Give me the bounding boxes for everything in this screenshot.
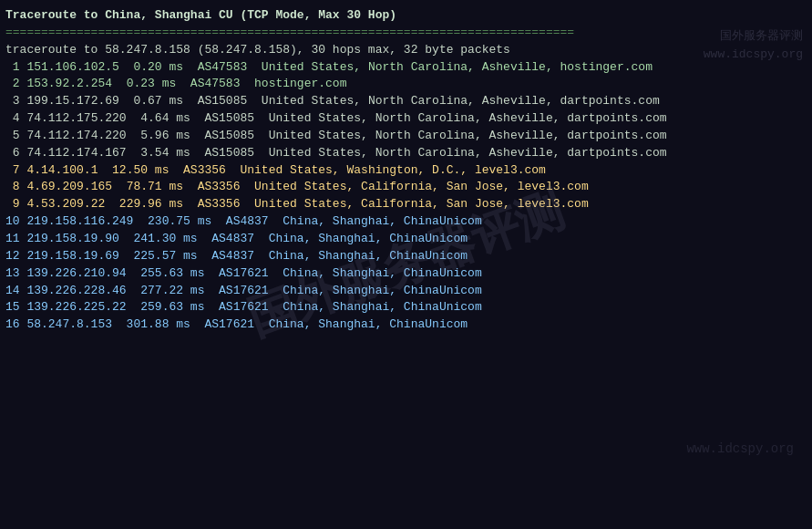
command-line: traceroute to 58.247.8.158 (58.247.8.158… xyxy=(5,42,807,59)
watermark-bottom-right: www.idcspy.org xyxy=(686,441,794,456)
separator-line: ========================================… xyxy=(5,25,807,42)
table-row: 6 74.112.174.167 3.54 ms AS15085 United … xyxy=(5,145,807,162)
table-row: 15 139.226.225.22 259.63 ms AS17621 Chin… xyxy=(5,299,807,316)
traceroute-title: Traceroute to China, Shanghai CU (TCP Mo… xyxy=(5,7,807,25)
terminal-window: 国外服务器评测 国外服务器评测www.idcspy.org www.idcspy… xyxy=(0,0,812,529)
table-row: 1 151.106.102.5 0.20 ms AS47583 United S… xyxy=(5,59,807,77)
table-row: 14 139.226.228.46 277.22 ms AS17621 Chin… xyxy=(5,283,807,300)
table-row: 4 74.112.175.220 4.64 ms AS15085 United … xyxy=(5,110,807,128)
table-row: 12 219.158.19.69 225.57 ms AS4837 China,… xyxy=(5,248,807,265)
table-row: 10 219.158.116.249 230.75 ms AS4837 Chin… xyxy=(5,213,807,231)
table-row: 8 4.69.209.165 78.71 ms AS3356 United St… xyxy=(5,179,807,196)
table-row: 9 4.53.209.22 229.96 ms AS3356 United St… xyxy=(5,196,807,213)
table-row: 3 199.15.172.69 0.67 ms AS15085 United S… xyxy=(5,93,807,110)
table-row: 16 58.247.8.153 301.88 ms AS17621 China,… xyxy=(5,316,807,334)
table-row: 7 4.14.100.1 12.50 ms AS3356 United Stat… xyxy=(5,162,807,180)
table-row: 2 153.92.2.254 0.23 ms AS47583 hostinger… xyxy=(5,76,807,93)
table-row: 11 219.158.19.90 241.30 ms AS4837 China,… xyxy=(5,231,807,248)
table-row: 13 139.226.210.94 255.63 ms AS17621 Chin… xyxy=(5,265,807,283)
traceroute-rows: 1 151.106.102.5 0.20 ms AS47583 United S… xyxy=(5,59,807,335)
table-row: 5 74.112.174.220 5.96 ms AS15085 United … xyxy=(5,128,807,145)
